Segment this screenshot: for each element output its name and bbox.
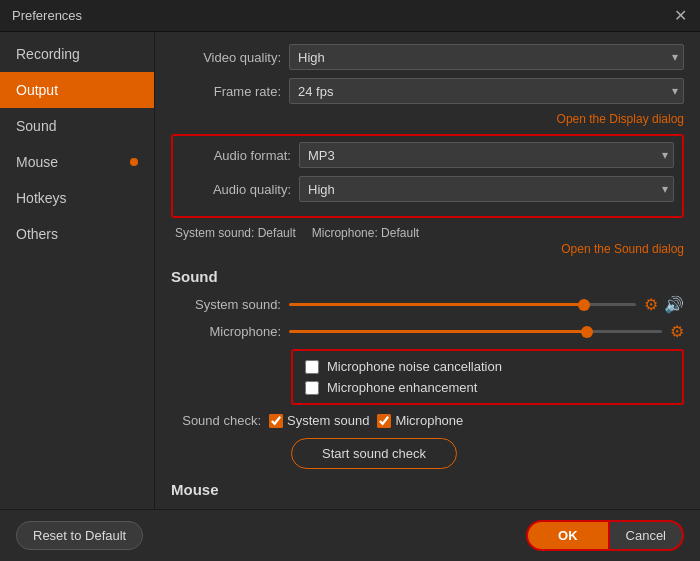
microphone-options-box: Microphone noise cancellation Microphone…: [291, 349, 684, 405]
system-sound-slider-label: System sound:: [171, 297, 281, 312]
video-quality-select-wrapper: High: [289, 44, 684, 70]
volume-icon[interactable]: 🔊: [664, 295, 684, 314]
sound-section-title: Sound: [171, 268, 684, 285]
video-quality-label: Video quality:: [171, 50, 281, 65]
microphone-slider-thumb: [581, 326, 593, 338]
enhancement-label: Microphone enhancement: [327, 380, 477, 395]
sidebar-item-hotkeys-label: Hotkeys: [16, 190, 67, 206]
settings-icon[interactable]: ⚙: [644, 295, 658, 314]
noise-cancellation-checkbox[interactable]: [305, 360, 319, 374]
mic-settings-icon[interactable]: ⚙: [670, 322, 684, 341]
audio-quality-row: Audio quality: High: [181, 176, 674, 202]
footer-right: OK Cancel: [526, 520, 684, 551]
audio-quality-label: Audio quality:: [181, 182, 291, 197]
microphone-check-checkbox[interactable]: [377, 414, 391, 428]
sound-check-row: Sound check: System sound Microphone: [171, 413, 684, 428]
sidebar-item-output[interactable]: Output: [0, 72, 154, 108]
enhancement-row: Microphone enhancement: [305, 380, 670, 395]
video-quality-row: Video quality: High: [171, 44, 684, 70]
audio-format-row: Audio format: MP3: [181, 142, 674, 168]
system-sound-icons: ⚙ 🔊: [644, 295, 684, 314]
sidebar-item-mouse[interactable]: Mouse: [0, 144, 154, 180]
ok-button[interactable]: OK: [526, 520, 610, 551]
status-row: System sound: Default Microphone: Defaul…: [171, 226, 684, 240]
microphone-slider-row: Microphone: ⚙: [171, 322, 684, 341]
close-button[interactable]: ✕: [672, 8, 688, 24]
system-sound-slider-container[interactable]: [289, 296, 636, 314]
audio-format-box: Audio format: MP3 Audio quality: High: [171, 134, 684, 218]
system-sound-check-checkbox[interactable]: [269, 414, 283, 428]
mouse-section-title: Mouse: [171, 481, 684, 498]
microphone-slider-track: [289, 330, 662, 333]
sidebar-item-sound[interactable]: Sound: [0, 108, 154, 144]
cancel-button[interactable]: Cancel: [610, 520, 684, 551]
system-sound-check-item: System sound: [269, 413, 369, 428]
system-sound-slider-thumb: [578, 299, 590, 311]
frame-rate-select[interactable]: 24 fps: [289, 78, 684, 104]
system-sound-slider-track: [289, 303, 636, 306]
audio-quality-select-wrapper: High: [299, 176, 674, 202]
audio-quality-select[interactable]: High: [299, 176, 674, 202]
video-quality-select[interactable]: High: [289, 44, 684, 70]
sidebar-item-recording-label: Recording: [16, 46, 80, 62]
footer: Reset to Default OK Cancel: [0, 509, 700, 561]
content-area: Video quality: High Frame rate: 24 fps O…: [155, 32, 700, 509]
system-sound-slider-row: System sound: ⚙ 🔊: [171, 295, 684, 314]
system-sound-status: System sound: Default: [175, 226, 296, 240]
noise-cancellation-row: Microphone noise cancellation: [305, 359, 670, 374]
microphone-slider-label: Microphone:: [171, 324, 281, 339]
sidebar-item-recording[interactable]: Recording: [0, 36, 154, 72]
open-display-dialog-link[interactable]: Open the Display dialog: [171, 112, 684, 126]
start-sound-check-button[interactable]: Start sound check: [291, 438, 457, 469]
sidebar-item-others[interactable]: Others: [0, 216, 154, 252]
preferences-window: Preferences ✕ Recording Output Sound Mou…: [0, 0, 700, 561]
enhancement-checkbox[interactable]: [305, 381, 319, 395]
open-sound-dialog-link[interactable]: Open the Sound dialog: [171, 242, 684, 256]
sidebar: Recording Output Sound Mouse Hotkeys Oth…: [0, 32, 155, 509]
system-sound-check-label: System sound: [287, 413, 369, 428]
microphone-check-label: Microphone: [395, 413, 463, 428]
reset-button[interactable]: Reset to Default: [16, 521, 143, 550]
mouse-badge: [130, 158, 138, 166]
sidebar-item-hotkeys[interactable]: Hotkeys: [0, 180, 154, 216]
microphone-check-item: Microphone: [377, 413, 463, 428]
main-content: Recording Output Sound Mouse Hotkeys Oth…: [0, 32, 700, 509]
frame-rate-row: Frame rate: 24 fps: [171, 78, 684, 104]
frame-rate-label: Frame rate:: [171, 84, 281, 99]
audio-format-select[interactable]: MP3: [299, 142, 674, 168]
microphone-slider-container[interactable]: [289, 323, 662, 341]
microphone-icons: ⚙: [670, 322, 684, 341]
sidebar-item-others-label: Others: [16, 226, 58, 242]
sidebar-item-mouse-label: Mouse: [16, 154, 58, 170]
sound-check-label: Sound check:: [171, 413, 261, 428]
sidebar-item-output-label: Output: [16, 82, 58, 98]
microphone-status: Microphone: Default: [312, 226, 419, 240]
frame-rate-select-wrapper: 24 fps: [289, 78, 684, 104]
noise-cancellation-label: Microphone noise cancellation: [327, 359, 502, 374]
titlebar: Preferences ✕: [0, 0, 700, 32]
audio-format-select-wrapper: MP3: [299, 142, 674, 168]
sidebar-item-sound-label: Sound: [16, 118, 56, 134]
audio-format-label: Audio format:: [181, 148, 291, 163]
window-title: Preferences: [12, 8, 82, 23]
